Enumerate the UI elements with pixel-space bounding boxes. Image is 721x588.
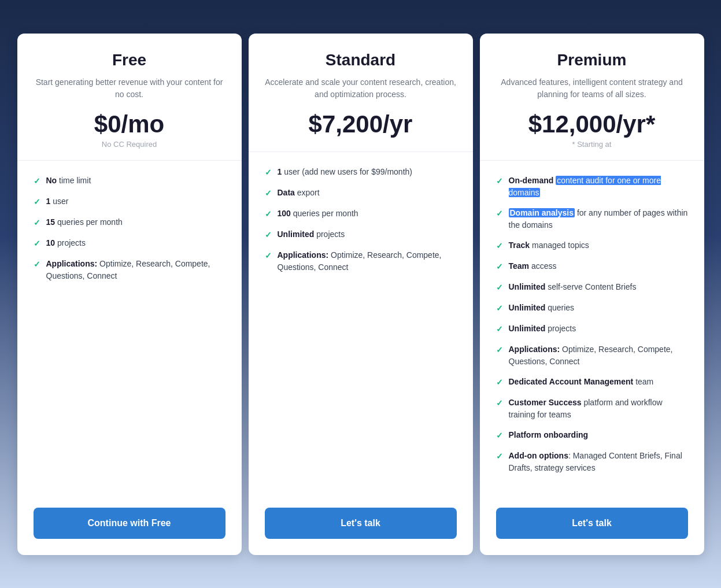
standard-plan-price: $7,200/yr — [265, 112, 457, 136]
feature-label: Data export — [278, 187, 320, 199]
free-plan-features: ✓ No time limit ✓ 1 user ✓ 15 queries pe… — [17, 161, 242, 496]
check-icon: ✓ — [496, 376, 503, 389]
check-icon: ✓ — [496, 208, 503, 220]
feature-label: Unlimited self-serve Content Briefs — [509, 281, 637, 293]
standard-plan-features: ✓ 1 user (add new users for $99/month) ✓… — [249, 152, 473, 496]
list-item: ✓ Applications: Optimize, Research, Comp… — [265, 249, 457, 273]
free-cta-button[interactable]: Continue with Free — [34, 508, 225, 539]
standard-plan-title: Standard — [265, 51, 457, 69]
list-item: ✓ Platform onboarding — [496, 429, 688, 442]
feature-label: No time limit — [46, 175, 91, 187]
list-item: ✓ Unlimited self-serve Content Briefs — [496, 281, 688, 294]
feature-label: Unlimited projects — [509, 323, 576, 335]
standard-plan-card: Standard Accelerate and scale your conte… — [249, 34, 473, 555]
standard-cta-button[interactable]: Let's talk — [265, 508, 457, 539]
check-icon: ✓ — [496, 261, 503, 273]
feature-label: 1 user (add new users for $99/month) — [278, 166, 412, 178]
check-icon: ✓ — [34, 217, 40, 229]
feature-label: Customer Success platform and workflow t… — [509, 397, 688, 421]
check-icon: ✓ — [496, 323, 503, 335]
check-icon: ✓ — [265, 250, 272, 262]
check-icon: ✓ — [496, 397, 503, 409]
feature-label: Domain analysis for any number of pages … — [509, 207, 688, 231]
premium-plan-card: Premium Advanced features, intelligent c… — [480, 34, 704, 555]
check-icon: ✓ — [496, 430, 503, 442]
feature-label: On-demand content audit for one or more … — [509, 175, 688, 199]
feature-label: 100 queries per month — [278, 208, 358, 220]
feature-label: 10 projects — [46, 237, 86, 249]
list-item: ✓ Unlimited projects — [265, 228, 457, 241]
check-icon: ✓ — [496, 302, 503, 315]
feature-label: Dedicated Account Management team — [509, 376, 654, 388]
list-item: ✓ No time limit — [34, 175, 225, 187]
feature-label: Team access — [509, 260, 557, 272]
list-item: ✓ Data export — [265, 187, 457, 199]
feature-label: 15 queries per month — [46, 216, 123, 228]
check-icon: ✓ — [496, 344, 503, 356]
list-item: ✓ Track managed topics — [496, 239, 688, 252]
premium-plan-footer: Let's talk — [480, 496, 704, 555]
feature-label: Unlimited queries — [509, 302, 575, 314]
premium-plan-subtitle: Advanced features, intelligent content s… — [496, 76, 688, 101]
feature-label: Applications: Optimize, Research, Compet… — [509, 343, 688, 368]
check-icon: ✓ — [265, 208, 272, 220]
feature-label: Add-on options: Managed Content Briefs, … — [509, 450, 688, 474]
premium-plan-price-note: * Starting at — [496, 140, 688, 149]
list-item: ✓ On-demand content audit for one or mor… — [496, 175, 688, 199]
feature-label: Platform onboarding — [509, 429, 589, 441]
check-icon: ✓ — [34, 238, 40, 250]
premium-plan-title: Premium — [496, 51, 688, 69]
free-plan-card: Free Start generating better revenue wit… — [17, 34, 242, 555]
feature-label: 1 user — [46, 195, 69, 208]
list-item: ✓ 10 projects — [34, 237, 225, 250]
list-item: ✓ 100 queries per month — [265, 208, 457, 220]
premium-plan-price: $12,000/yr* — [496, 112, 688, 136]
check-icon: ✓ — [34, 175, 40, 187]
free-plan-footer: Continue with Free — [17, 496, 242, 555]
free-plan-subtitle: Start generating better revenue with you… — [34, 76, 225, 101]
list-item: ✓ 1 user (add new users for $99/month) — [265, 166, 457, 179]
feature-label: Unlimited projects — [278, 228, 345, 241]
check-icon: ✓ — [496, 450, 503, 463]
list-item: ✓ Applications: Optimize, Research, Comp… — [34, 258, 225, 282]
list-item: ✓ Dedicated Account Management team — [496, 376, 688, 389]
list-item: ✓ 15 queries per month — [34, 216, 225, 229]
check-icon: ✓ — [496, 175, 503, 187]
check-icon: ✓ — [34, 196, 40, 208]
feature-label: Applications: Optimize, Research, Compet… — [278, 249, 457, 273]
check-icon: ✓ — [496, 282, 503, 294]
pricing-container: Free Start generating better revenue wit… — [14, 34, 708, 555]
check-icon: ✓ — [265, 187, 272, 199]
free-plan-price-note: No CC Required — [34, 140, 225, 149]
standard-plan-header: Standard Accelerate and scale your conte… — [249, 34, 473, 152]
check-icon: ✓ — [34, 258, 40, 271]
list-item: ✓ Unlimited queries — [496, 302, 688, 315]
list-item: ✓ Customer Success platform and workflow… — [496, 397, 688, 421]
list-item: ✓ Domain analysis for any number of page… — [496, 207, 688, 231]
list-item: ✓ Add-on options: Managed Content Briefs… — [496, 450, 688, 474]
check-icon: ✓ — [265, 167, 272, 179]
free-plan-header: Free Start generating better revenue wit… — [17, 34, 242, 161]
standard-plan-footer: Let's talk — [249, 496, 473, 555]
list-item: ✓ Applications: Optimize, Research, Comp… — [496, 343, 688, 368]
standard-plan-subtitle: Accelerate and scale your content resear… — [265, 76, 457, 101]
premium-plan-header: Premium Advanced features, intelligent c… — [480, 34, 704, 161]
free-plan-title: Free — [34, 51, 225, 69]
free-plan-price: $0/mo — [34, 112, 225, 136]
check-icon: ✓ — [265, 229, 272, 241]
premium-cta-button[interactable]: Let's talk — [496, 508, 688, 539]
list-item: ✓ Team access — [496, 260, 688, 273]
feature-label: Track managed topics — [509, 239, 589, 252]
list-item: ✓ Unlimited projects — [496, 323, 688, 335]
list-item: ✓ 1 user — [34, 195, 225, 208]
feature-label: Applications: Optimize, Research, Compet… — [46, 258, 225, 282]
check-icon: ✓ — [496, 240, 503, 252]
premium-plan-features: ✓ On-demand content audit for one or mor… — [480, 161, 704, 496]
